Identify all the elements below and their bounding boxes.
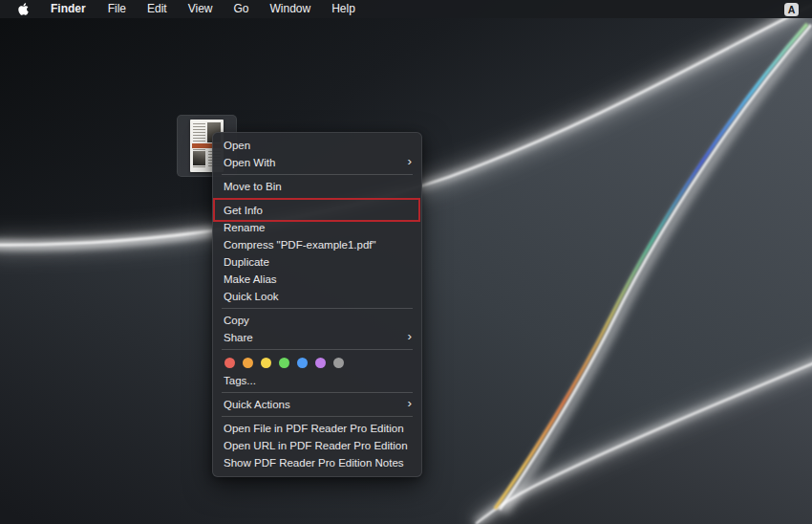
tag-dot-blue[interactable] [297,358,308,368]
menu-item-quick-actions[interactable]: Quick Actions › [213,396,421,413]
menu-separator [222,174,413,175]
menu-item-open[interactable]: Open [213,137,421,154]
menu-item-open-url-pdf-reader[interactable]: Open URL in PDF Reader Pro Edition [213,437,421,454]
menu-item-share[interactable]: Share › [213,329,421,346]
apple-icon[interactable] [17,2,30,16]
menu-separator [222,349,413,350]
menu-item-show-pdf-reader-notes[interactable]: Show PDF Reader Pro Edition Notes [213,454,421,471]
menubar-item-file[interactable]: File [97,0,137,18]
tag-color-row [213,353,421,372]
menubar-item-edit[interactable]: Edit [137,0,178,18]
menu-bar: Finder File Edit View Go Window Help A [0,0,812,18]
menu-item-rename[interactable]: Rename [213,219,421,236]
menu-item-make-alias[interactable]: Make Alias [213,271,421,288]
menu-item-quick-look[interactable]: Quick Look [213,288,421,305]
menu-item-copy[interactable]: Copy [213,312,421,329]
menu-item-open-with[interactable]: Open With › [213,154,421,171]
menu-separator [222,308,413,309]
menubar-item-go[interactable]: Go [224,0,260,18]
menu-item-move-to-bin[interactable]: Move to Bin [213,178,421,195]
menu-item-get-info[interactable]: Get Info [213,202,421,219]
context-menu: Open Open With › Move to Bin Get Info Re… [212,132,422,477]
menu-item-tags[interactable]: Tags... [213,372,421,389]
tag-dot-yellow[interactable] [261,358,271,368]
menu-separator [222,416,413,417]
input-source-badge[interactable]: A [784,3,799,16]
tag-dot-purple[interactable] [315,358,326,368]
tag-dot-gray[interactable] [333,358,344,368]
menubar-item-view[interactable]: View [178,0,224,18]
menubar-item-window[interactable]: Window [260,0,322,18]
menu-item-open-file-pdf-reader[interactable]: Open File in PDF Reader Pro Edition [213,420,421,437]
tag-dot-orange[interactable] [243,358,253,368]
menu-separator [222,198,413,199]
thumb-photo-bottom [193,151,205,165]
menubar-app-finder[interactable]: Finder [39,0,97,18]
chevron-right-icon: › [408,397,413,410]
chevron-right-icon: › [408,155,413,168]
menubar-item-help[interactable]: Help [321,0,366,18]
menu-separator [222,392,413,393]
chevron-right-icon: › [408,330,413,343]
tag-dot-red[interactable] [224,358,235,368]
menu-item-duplicate[interactable]: Duplicate [213,253,421,271]
tag-dot-green[interactable] [279,358,289,368]
menu-item-compress[interactable]: Compress "PDF-example1.pdf" [213,236,421,253]
